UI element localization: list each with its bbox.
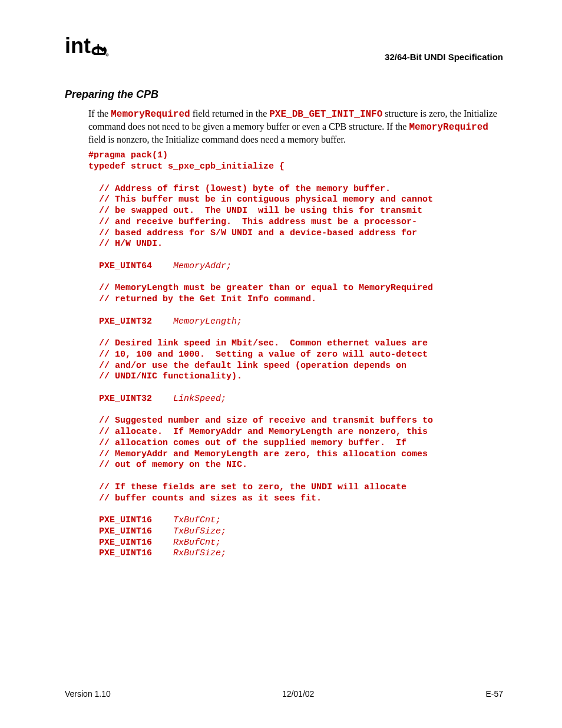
- code-line: // MemoryLength must be greater than or …: [88, 283, 433, 293]
- code-line: // Address of first (lowest) byte of the…: [88, 184, 391, 194]
- code-type: PXE_UINT32: [88, 317, 173, 327]
- text-run: field is nonzero, the Initialize command…: [88, 134, 346, 144]
- code-line: // based address for S/W UNDI and a devi…: [88, 228, 417, 238]
- code-member: RxBufSize;: [173, 548, 226, 558]
- footer-date: 12/01/02: [282, 689, 315, 699]
- text-run: field returned in the: [190, 108, 270, 118]
- code-line: // If these fields are set to zero, the …: [88, 482, 406, 492]
- code-line: // allocate. If MemoryAddr and MemoryLen…: [88, 427, 428, 437]
- code-member: TxBufSize;: [173, 526, 226, 536]
- code-inline-memreq: MemoryRequired: [111, 109, 190, 120]
- code-line: // 10, 100 and 1000. Setting a value of …: [88, 350, 428, 360]
- svg-text:R: R: [106, 54, 108, 57]
- code-type: PXE_UINT16: [88, 548, 173, 558]
- intel-logo: int l R: [65, 35, 112, 61]
- page: int l R 32/64-Bit UNDI Specification Pre…: [0, 0, 562, 728]
- code-line: // H/W UNDI.: [88, 239, 163, 249]
- text-run: If the: [88, 108, 111, 118]
- code-block: #pragma pack(1) typedef struct s_pxe_cpb…: [88, 150, 515, 559]
- doc-title: 32/64-Bit UNDI Specification: [385, 52, 503, 62]
- svg-text:int: int: [65, 35, 91, 58]
- code-type: PXE_UINT16: [88, 526, 173, 536]
- code-line: // Suggested number and size of receive …: [88, 416, 433, 426]
- svg-text:l: l: [97, 42, 100, 55]
- code-line: // UNDI/NIC functionality).: [88, 371, 242, 381]
- code-inline-struct: PXE_DB_GET_INIT_INFO: [269, 109, 382, 120]
- code-line: // MemoryAddr and MemoryLength are zero,…: [88, 449, 428, 459]
- code-line: #pragma pack(1): [88, 150, 168, 160]
- code-line: // and receive buffering. This address m…: [88, 217, 417, 227]
- code-line: // be swapped out. The UNDI will be usin…: [88, 206, 422, 216]
- code-member: RxBufCnt;: [173, 538, 221, 548]
- section-heading: Preparing the CPB: [65, 88, 515, 101]
- code-line: // and/or use the default link speed (op…: [88, 361, 406, 371]
- code-member: MemoryLength;: [173, 317, 242, 327]
- code-type: PXE_UINT32: [88, 394, 173, 404]
- code-line: // out of memory on the NIC.: [88, 460, 247, 470]
- body-paragraph: If the MemoryRequired field returned in …: [88, 108, 503, 146]
- code-line: // returned by the Get Init Info command…: [88, 294, 316, 304]
- code-type: PXE_UINT16: [88, 515, 173, 525]
- code-line: // allocation comes out of the supplied …: [88, 438, 406, 448]
- code-member: TxBufCnt;: [173, 515, 221, 525]
- footer: Version 1.10 12/01/02 E-57: [65, 689, 503, 699]
- code-type: PXE_UINT64: [88, 261, 173, 271]
- code-member: LinkSpeed;: [173, 394, 226, 404]
- code-line: // This buffer must be in contiguous phy…: [88, 195, 433, 205]
- code-line: // buffer counts and sizes as it sees fi…: [88, 493, 322, 503]
- footer-version: Version 1.10: [65, 689, 111, 699]
- code-line: // Desired link speed in Mbit/sec. Commo…: [88, 338, 428, 348]
- code-type: PXE_UINT16: [88, 538, 173, 548]
- code-inline-memreq: MemoryRequired: [409, 122, 488, 133]
- footer-page: E-57: [485, 689, 503, 699]
- code-member: MemoryAddr;: [173, 261, 232, 271]
- code-line: typedef struct s_pxe_cpb_initialize {: [88, 162, 285, 172]
